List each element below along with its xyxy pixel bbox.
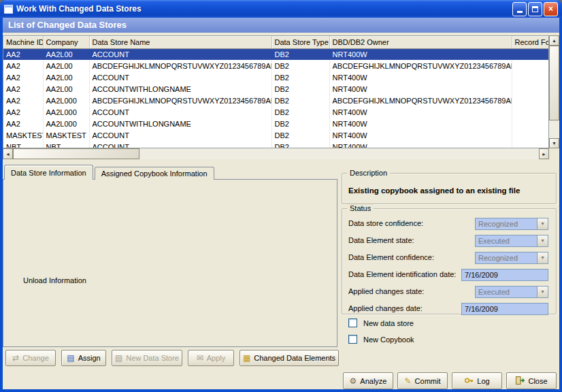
right-arrow-icon: ► — [542, 152, 546, 157]
analyze-icon: ⚙ — [350, 377, 357, 385]
analyze-button[interactable]: ⚙ Analyze — [343, 372, 393, 389]
tab-data-store-information[interactable]: Data Store Information — [4, 165, 93, 180]
chevron-down-icon[interactable]: ▾ — [537, 218, 548, 229]
new-data-store-checkbox[interactable] — [348, 318, 357, 327]
page-title: List of Changed Data Stores — [3, 18, 559, 33]
grid-cell: AA2L000 — [43, 95, 89, 106]
apply-button[interactable]: ✉ Apply — [188, 350, 234, 366]
grid-cell: DB2 — [271, 118, 329, 129]
grid-cell: DB2 — [271, 106, 329, 118]
change-button[interactable]: ⇄ Change — [5, 350, 56, 366]
column-header-data-store-name[interactable]: Data Store Name — [89, 36, 271, 48]
new-data-store-button[interactable]: ▤ New Data Store — [112, 350, 182, 366]
table-row[interactable]: AA2AA2L00ACCOUNTDB2NRT400W — [3, 48, 549, 60]
grid-cell: AA2L00 — [43, 48, 89, 60]
column-header-company[interactable]: Company — [43, 36, 89, 48]
grid-cell: DB2 — [271, 83, 329, 95]
grid-cell: NBT — [43, 141, 89, 148]
log-button[interactable]: Log — [452, 372, 502, 389]
grid-cell: MASKTEST — [43, 129, 89, 141]
grid-cell: ACCOUNT — [89, 48, 271, 60]
table-row[interactable]: AA2AA2L000ABCDEFGHIJKLMNOPQRSTUVWXYZ0123… — [3, 95, 549, 106]
column-header-record-format[interactable]: Record Fo — [512, 36, 549, 48]
column-header-machine-id[interactable]: Machine ID — [3, 36, 43, 48]
grid-cell: DB2 — [271, 129, 329, 141]
scroll-right-button[interactable]: ► — [539, 148, 549, 159]
maximize-button[interactable] — [528, 2, 542, 16]
applied-changes-date-field[interactable]: 7/16/2009 — [461, 303, 548, 315]
new-copybook-checkbox-label: New Copybook — [363, 336, 414, 344]
grid-cell: NRT400W — [329, 71, 512, 83]
changed-data-elements-button[interactable]: ▦ Changed Data Elements — [239, 350, 339, 366]
grid-cell: NRT400W — [329, 118, 512, 129]
changed-data-elements-icon: ▦ — [243, 354, 250, 362]
grid-cell — [512, 95, 549, 106]
data-store-confidence-combobox[interactable]: Recognized ▾ — [475, 218, 548, 230]
grid-cell: ABCDEFGHIJKLMNOPQRSTUVWXYZ0123456789AB — [89, 60, 271, 71]
table-row[interactable]: AA2AA2L00ACCOUNTWITHLONGNAMEDB2NRT400W — [3, 83, 549, 95]
assign-button[interactable]: ▤ Assign — [61, 350, 106, 366]
key-icon — [464, 376, 474, 387]
applied-changes-date-value: 7/16/2009 — [465, 305, 498, 313]
log-button-label: Log — [477, 377, 489, 385]
horizontal-scroll-thumb[interactable] — [13, 148, 139, 159]
table-row[interactable]: AA2AA2L000ACCOUNTWITHLONGNAMEDB2NRT400W — [3, 118, 549, 129]
table-row[interactable]: AA2AA2L00ABCDEFGHIJKLMNOPQRSTUVWXYZ01234… — [3, 60, 549, 71]
table-row[interactable]: AA2AA2L00ACCOUNTDB2NRT400W — [3, 71, 549, 83]
maximize-icon — [532, 6, 538, 12]
chevron-down-icon[interactable]: ▾ — [537, 235, 548, 246]
chevron-down-icon[interactable]: ▾ — [537, 287, 548, 297]
titlebar: Work With Changed Data Stores × — [0, 0, 562, 18]
scroll-up-button[interactable]: ▲ — [549, 35, 559, 46]
column-header-data-store-type[interactable]: Data Store Type — [271, 36, 329, 48]
grid-cell: NRT400W — [329, 83, 512, 95]
data-element-confidence-combobox[interactable]: Recognized ▾ — [475, 252, 548, 264]
new-copybook-checkbox[interactable] — [348, 335, 357, 344]
grid-cell: AA2L00 — [43, 71, 89, 83]
close-icon: × — [548, 5, 553, 13]
client-area: List of Changed Data Stores Machine ID C… — [3, 18, 559, 389]
grid-cell — [512, 118, 549, 129]
close-button[interactable]: Close — [506, 372, 557, 389]
table-row[interactable]: MASKTESTMASKTESTACCOUNTDB2NRT400W — [3, 129, 549, 141]
grid-cell: DB2 — [271, 60, 329, 71]
data-element-state-combobox[interactable]: Executed ▾ — [475, 235, 548, 247]
table-row[interactable]: NBTNBTACCOUNTDB2NRT400W — [3, 141, 549, 148]
scroll-left-button[interactable]: ◄ — [3, 148, 13, 159]
column-header-dbd-db2-owner[interactable]: DBD/DB2 Owner — [329, 36, 512, 48]
grid-cell: ACCOUNT — [89, 71, 271, 83]
horizontal-scrollbar[interactable]: ◄ ► — [3, 148, 549, 159]
minimize-button[interactable] — [512, 2, 527, 16]
commit-icon: ✎ — [405, 377, 412, 385]
chevron-down-icon[interactable]: ▾ — [537, 252, 548, 263]
changed-data-stores-grid: Machine ID Company Data Store Name Data … — [3, 35, 549, 148]
commit-button[interactable]: ✎ Commit — [397, 372, 448, 389]
grid-cell: NRT400W — [329, 106, 512, 118]
table-row[interactable]: AA2AA2L000ACCOUNTDB2NRT400W — [3, 106, 549, 118]
grid-cell: AA2L00 — [43, 83, 89, 95]
grid-header-row: Machine ID Company Data Store Name Data … — [3, 36, 549, 48]
vertical-scrollbar[interactable]: ▲ ▼ — [549, 35, 559, 148]
close-window-button[interactable]: × — [544, 2, 558, 16]
new-data-store-button-label: New Data Store — [126, 354, 179, 362]
tab-assigned-copybook-information[interactable]: Assigned Copybook Information — [95, 167, 214, 180]
description-text: Existing copybook assigned to an existin… — [348, 186, 520, 195]
grid-cell — [512, 83, 549, 95]
grid-cell: ACCOUNT — [89, 129, 271, 141]
window-icon — [4, 5, 13, 14]
applied-changes-state-combobox[interactable]: Executed ▾ — [475, 286, 548, 298]
grid-cell: ACCOUNT — [89, 141, 271, 148]
data-element-identification-date-field[interactable]: 7/16/2009 — [461, 269, 548, 281]
apply-button-label: Apply — [207, 354, 226, 362]
grid-cell: DB2 — [271, 141, 329, 148]
applied-changes-date-label: Applied changes date: — [348, 304, 423, 312]
data-store-information-panel — [3, 179, 337, 347]
assign-button-label: Assign — [78, 354, 101, 362]
scroll-down-button[interactable]: ▼ — [549, 138, 559, 148]
changed-data-elements-button-label: Changed Data Elements — [254, 354, 335, 362]
vertical-scroll-thumb[interactable] — [549, 46, 559, 120]
left-arrow-icon: ◄ — [5, 152, 10, 157]
new-data-store-checkbox-label: New data store — [363, 319, 414, 327]
new-data-store-icon: ▤ — [115, 354, 122, 362]
grid-cell: DB2 — [271, 71, 329, 83]
